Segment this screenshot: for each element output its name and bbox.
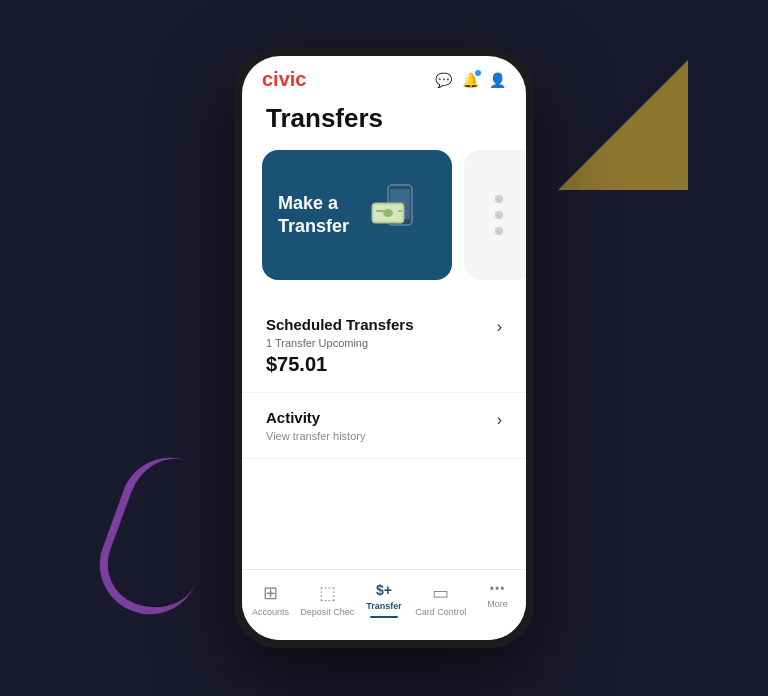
phone-screen: civic 💬 🔔 👤 Transfers Make aTransfer [242,56,526,640]
yellow-triangle-decoration [558,60,688,190]
bottom-nav: ⊞ Accounts ⬚ Deposit Chec $+ Transfer ▭ [242,569,526,640]
activity-row: Activity View transfer history › [266,409,502,442]
dot1 [495,195,503,203]
transfer-icon: $+ [376,582,392,598]
accounts-icon: ⊞ [263,582,278,604]
page-title: Transfers [242,95,526,150]
notification-dot [475,70,481,76]
deposit-check-label: Deposit Chec [300,607,354,617]
phone-outer-shell: civic 💬 🔔 👤 Transfers Make aTransfer [234,48,534,648]
nav-card-controls[interactable]: ▭ Card Control [412,578,469,628]
svg-rect-6 [376,210,384,212]
more-label: More [487,599,508,609]
scheduled-row: Scheduled Transfers 1 Transfer Upcoming … [266,316,502,376]
scheduled-info: Scheduled Transfers 1 Transfer Upcoming … [266,316,414,376]
secondary-card [464,150,526,280]
activity-chevron[interactable]: › [497,411,502,429]
card-controls-icon: ▭ [432,582,449,604]
scheduled-transfers-section: Scheduled Transfers 1 Transfer Upcoming … [242,300,526,393]
activity-title: Activity [266,409,365,426]
card-controls-label: Card Control [415,607,466,617]
deposit-bar [313,622,341,624]
activity-desc: View transfer history [266,430,365,442]
accounts-label: Accounts [252,607,289,617]
card-controls-bar [427,622,455,624]
bell-icon[interactable]: 🔔 [462,72,479,88]
more-bar [484,614,512,616]
dot2 [495,211,503,219]
main-content: Transfers Make aTransfer [242,95,526,569]
scheduled-amount: $75.01 [266,353,414,376]
scheduled-chevron[interactable]: › [497,318,502,336]
more-icon: ••• [490,582,506,596]
nav-more[interactable]: ••• More [469,578,526,628]
status-bar: civic 💬 🔔 👤 [242,56,526,95]
svg-point-5 [383,209,393,217]
activity-section: Activity View transfer history › [242,393,526,459]
scheduled-title: Scheduled Transfers [266,316,414,333]
nav-accounts[interactable]: ⊞ Accounts [242,578,299,628]
purple-arc-decoration [86,444,235,629]
dot3 [495,227,503,235]
deposit-check-icon: ⬚ [319,582,336,604]
chat-icon[interactable]: 💬 [435,72,452,88]
app-logo: civic [262,68,306,91]
transfer-illustration [360,175,440,255]
activity-info: Activity View transfer history [266,409,365,442]
transfer-label: Transfer [366,601,402,611]
scheduled-subtitle: 1 Transfer Upcoming [266,337,414,349]
user-icon[interactable]: 👤 [489,72,506,88]
make-transfer-label: Make aTransfer [278,192,349,239]
nav-transfer[interactable]: $+ Transfer [356,578,413,628]
make-transfer-card[interactable]: Make aTransfer [262,150,452,280]
nav-deposit-check[interactable]: ⬚ Deposit Chec [299,578,356,628]
transfer-active-bar [370,616,398,618]
cards-row: Make aTransfer [242,150,526,300]
phone-mockup: civic 💬 🔔 👤 Transfers Make aTransfer [234,48,534,648]
svg-rect-7 [398,210,402,212]
accounts-bar [256,622,284,624]
